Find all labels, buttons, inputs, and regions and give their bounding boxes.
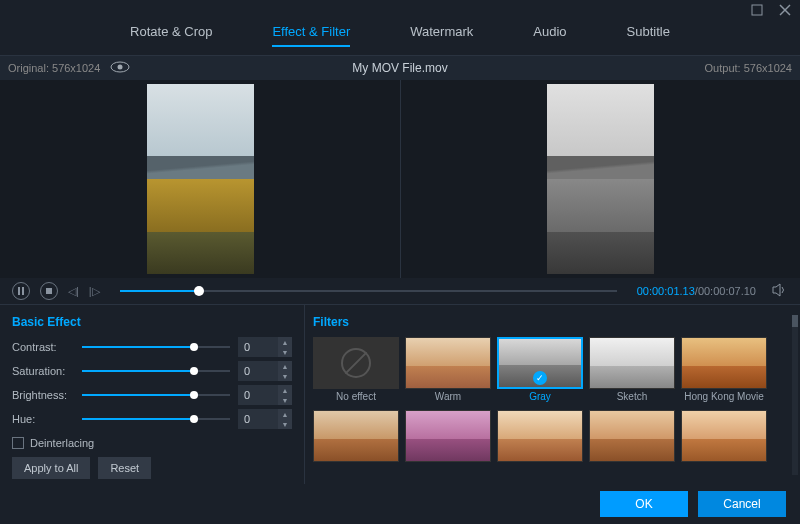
filter-gray-label: Gray: [529, 391, 551, 402]
preview-area: [0, 80, 800, 278]
filter-warm[interactable]: [405, 337, 491, 389]
filter-row2-1[interactable]: [313, 410, 399, 462]
svg-rect-7: [46, 288, 52, 294]
hue-up[interactable]: ▲: [278, 409, 292, 419]
volume-icon[interactable]: [772, 283, 788, 300]
preview-original: [0, 80, 400, 278]
file-title: My MOV File.mov: [352, 61, 447, 75]
original-dimensions: Original: 576x1024: [8, 62, 100, 74]
check-icon: ✓: [533, 371, 547, 385]
filter-row2-2[interactable]: [405, 410, 491, 462]
filter-gray[interactable]: ✓: [497, 337, 583, 389]
tab-watermark[interactable]: Watermark: [410, 24, 473, 47]
brightness-slider[interactable]: [82, 394, 230, 396]
contrast-label: Contrast:: [12, 341, 74, 353]
hue-slider[interactable]: [82, 418, 230, 420]
maximize-button[interactable]: [750, 3, 764, 17]
brightness-down[interactable]: ▼: [278, 395, 292, 405]
contrast-down[interactable]: ▼: [278, 347, 292, 357]
brightness-label: Brightness:: [12, 389, 74, 401]
svg-rect-6: [22, 287, 24, 295]
prev-frame-button[interactable]: ◁|: [68, 285, 79, 298]
timeline-slider[interactable]: [120, 290, 617, 292]
deinterlacing-label: Deinterlacing: [30, 437, 94, 449]
tab-effect-filter[interactable]: Effect & Filter: [272, 24, 350, 47]
tab-subtitle[interactable]: Subtitle: [627, 24, 670, 47]
filter-hkmovie[interactable]: [681, 337, 767, 389]
saturation-up[interactable]: ▲: [278, 361, 292, 371]
filters-title: Filters: [313, 315, 792, 329]
filter-sketch-label: Sketch: [617, 391, 648, 402]
tab-audio[interactable]: Audio: [533, 24, 566, 47]
apply-to-all-button[interactable]: Apply to All: [12, 457, 90, 479]
hue-label: Hue:: [12, 413, 74, 425]
pause-button[interactable]: [12, 282, 30, 300]
contrast-slider[interactable]: [82, 346, 230, 348]
saturation-label: Saturation:: [12, 365, 74, 377]
next-frame-button[interactable]: |▷: [89, 285, 100, 298]
preview-toggle-icon[interactable]: [110, 61, 130, 75]
tab-bar: Rotate & Crop Effect & Filter Watermark …: [0, 20, 800, 56]
filter-row2-3[interactable]: [497, 410, 583, 462]
filter-no-effect-label: No effect: [336, 391, 376, 402]
preview-output: [400, 80, 800, 278]
filter-hkmovie-label: Hong Kong Movie: [684, 391, 764, 402]
brightness-input[interactable]: 0▲▼: [238, 385, 292, 405]
filter-no-effect[interactable]: [313, 337, 399, 389]
ok-button[interactable]: OK: [600, 491, 688, 517]
saturation-down[interactable]: ▼: [278, 371, 292, 381]
time-total: 00:00:07.10: [698, 285, 756, 297]
filter-warm-label: Warm: [435, 391, 461, 402]
svg-point-4: [118, 65, 123, 70]
filter-row2-5[interactable]: [681, 410, 767, 462]
contrast-input[interactable]: 0▲▼: [238, 337, 292, 357]
hue-down[interactable]: ▼: [278, 419, 292, 429]
time-current: 00:00:01.13: [637, 285, 695, 297]
stop-button[interactable]: [40, 282, 58, 300]
svg-rect-5: [18, 287, 20, 295]
contrast-up[interactable]: ▲: [278, 337, 292, 347]
brightness-up[interactable]: ▲: [278, 385, 292, 395]
svg-rect-0: [752, 5, 762, 15]
reset-button[interactable]: Reset: [98, 457, 151, 479]
output-dimensions: Output: 576x1024: [705, 62, 792, 74]
close-button[interactable]: [778, 3, 792, 17]
saturation-input[interactable]: 0▲▼: [238, 361, 292, 381]
saturation-slider[interactable]: [82, 370, 230, 372]
filter-row2-4[interactable]: [589, 410, 675, 462]
hue-input[interactable]: 0▲▼: [238, 409, 292, 429]
basic-effect-title: Basic Effect: [12, 315, 292, 329]
filters-scrollbar[interactable]: [792, 315, 798, 475]
filter-sketch[interactable]: [589, 337, 675, 389]
tab-rotate-crop[interactable]: Rotate & Crop: [130, 24, 212, 47]
deinterlacing-checkbox[interactable]: [12, 437, 24, 449]
cancel-button[interactable]: Cancel: [698, 491, 786, 517]
